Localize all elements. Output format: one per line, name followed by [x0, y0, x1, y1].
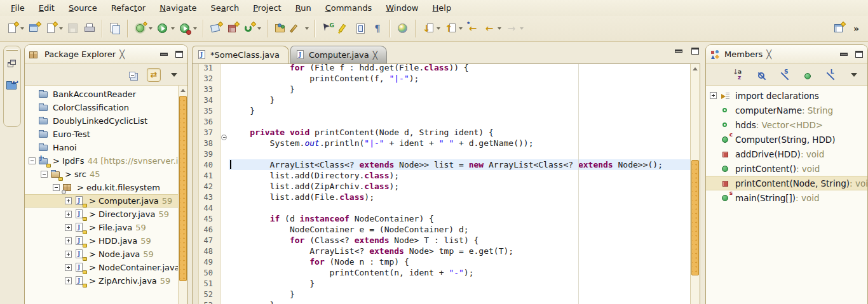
maximize-button[interactable]	[855, 51, 863, 58]
menu-window[interactable]: Window	[379, 1, 425, 15]
link-with-editor-button[interactable]: ⇄	[147, 68, 161, 82]
goto-marker-button[interactable]: G	[320, 20, 336, 37]
run-button[interactable]	[154, 20, 177, 37]
hide-local-types-button[interactable]: L	[824, 68, 838, 82]
expand-toggle[interactable]	[710, 92, 717, 99]
show-public-button[interactable]	[801, 68, 815, 82]
package-explorer-titlebar[interactable]: Package Explorer ╳	[25, 45, 187, 64]
close-icon[interactable]: ╳	[119, 50, 124, 59]
debug-button[interactable]	[132, 20, 154, 37]
code-line-51[interactable]: 51 }	[193, 278, 690, 289]
tree-item-doublylinkedcycliclist[interactable]: DoublyLinkedCyclicList	[25, 114, 187, 128]
menu-navigate[interactable]: Navigate	[153, 1, 203, 15]
close-icon[interactable]: ╳	[373, 51, 377, 60]
search-brush-button[interactable]	[288, 20, 311, 37]
minimize-button[interactable]	[160, 53, 168, 56]
chevron-down-icon[interactable]	[171, 27, 175, 30]
tree-item-ziparchiv-java[interactable]: J> ZipArchiv.java59	[25, 274, 187, 287]
back-button[interactable]: ←	[481, 20, 503, 37]
code-line-31[interactable]: 31 for (File f : hdd.get(File.class)) {	[193, 64, 690, 73]
member-adddrive-hdd[interactable]: addDrive(HDD) : void	[706, 147, 867, 161]
code-line-47[interactable]: 47 for (Class<? extends Node> T : list) …	[193, 235, 690, 246]
code-line-35[interactable]: 35 }	[193, 105, 690, 116]
code-line-52[interactable]: 52 }	[193, 289, 690, 300]
code-line-32[interactable]: 32 printContent(f, "|-");	[193, 73, 690, 84]
tree-item-node-java[interactable]: J> Node.java59	[25, 248, 187, 261]
collapse-toggle[interactable]	[41, 171, 48, 178]
hide-static-button[interactable]: S	[778, 68, 792, 82]
restore-views-icon[interactable]	[6, 58, 18, 71]
tree-item-file-java[interactable]: J> File.java59	[25, 221, 187, 234]
member-printcontent[interactable]: printContent() : void	[706, 161, 867, 176]
chevron-down-icon[interactable]	[59, 27, 63, 30]
menu-search[interactable]: Search	[204, 1, 247, 15]
tree-item-colorclassification[interactable]: ColorClassification	[25, 101, 187, 114]
view-menu-button[interactable]	[167, 68, 181, 82]
member-import-declarations[interactable]: import declarations	[706, 88, 867, 103]
members-titlebar[interactable]: Members ╳	[706, 45, 867, 64]
maximize-button[interactable]	[175, 51, 183, 58]
tree-item-ipdfs[interactable]: J> IpdFs44 [https://svnserver.i	[25, 154, 187, 168]
collapse-toggle[interactable]	[53, 184, 60, 191]
scrollbar-thumb[interactable]	[691, 160, 699, 275]
tree-item-directory-java[interactable]: J> Directory.java59	[25, 208, 187, 221]
scroll-up-arrow[interactable]	[179, 86, 187, 95]
editor-scrollbar[interactable]	[690, 64, 700, 304]
collapse-toggle[interactable]	[29, 157, 36, 164]
tree-item-bankaccountreader[interactable]: BankAccountReader	[25, 88, 187, 101]
save-button[interactable]	[65, 20, 81, 37]
expand-toggle[interactable]	[65, 277, 72, 284]
chevron-down-icon[interactable]	[20, 27, 24, 30]
code-line-34[interactable]: 34 }	[193, 95, 690, 105]
prev-annotation-button[interactable]: ↑	[442, 20, 465, 37]
menu-help[interactable]: Help	[426, 1, 459, 15]
copy-docs-button[interactable]	[107, 20, 123, 37]
code-line-49[interactable]: 49 for (Node n : tmp) {	[193, 256, 690, 267]
open-perspective-button[interactable]	[831, 20, 847, 37]
code-line-39[interactable]: 39	[193, 149, 690, 159]
toolbar-overflow-chevron[interactable]: »	[853, 22, 859, 35]
code-line-33[interactable]: 33 }	[193, 84, 690, 95]
team-sync-button[interactable]	[241, 20, 263, 37]
open-type-button[interactable]	[272, 20, 288, 37]
code-line-40[interactable]: 40 ArrayList<Class<? extends Node>> list…	[193, 159, 690, 170]
forward-button[interactable]: →	[503, 20, 526, 37]
member-main-string[interactable]: smain(String[]) : void	[706, 190, 867, 205]
collapse-all-button[interactable]	[126, 68, 140, 82]
code-line-42[interactable]: 42 list.add(ZipArchiv.class);	[193, 181, 690, 192]
member-computer-string-hdd[interactable]: cComputer(String, HDD)	[706, 132, 867, 147]
code-line-45[interactable]: 45 if (d instanceof NodeContainer) {	[193, 213, 690, 224]
scrollbar-thumb[interactable]	[179, 96, 187, 281]
chevron-down-icon[interactable]	[459, 27, 463, 30]
last-edit-location-button[interactable]: ←*	[465, 20, 481, 37]
new-task-button[interactable]	[208, 20, 224, 37]
member-computername[interactable]: computerName : String	[706, 103, 867, 117]
code-line-48[interactable]: 48 ArrayList<? extends Node> tmp = e.get…	[193, 246, 690, 256]
code-line-38[interactable]: 38 System.out.println("|-" + ident + " "…	[193, 138, 690, 149]
tree-item-hanoi[interactable]: Hanoi	[25, 141, 187, 154]
code-line-43[interactable]: 43 list.add(File.class);	[193, 192, 690, 202]
code-line-36[interactable]: 36	[193, 116, 690, 127]
fastview-drag-handle[interactable]	[6, 49, 18, 51]
sort-button[interactable]: ↓az	[733, 68, 747, 82]
tab-computer-java[interactable]: JComputer.java╳	[290, 46, 387, 63]
menu-edit[interactable]: Edit	[32, 1, 62, 15]
expand-toggle[interactable]	[65, 237, 72, 244]
menu-project[interactable]: Project	[246, 1, 288, 15]
scroll-up-arrow[interactable]	[691, 64, 700, 73]
hide-fields-button[interactable]	[756, 68, 770, 82]
new-window-button[interactable]	[26, 20, 43, 37]
expand-toggle[interactable]	[65, 251, 72, 258]
tree-item-edu-kit-filesystem[interactable]: > edu.kit.filesystem	[25, 181, 187, 194]
new-type-button[interactable]	[43, 20, 65, 37]
show-whitespace-button[interactable]	[369, 20, 386, 37]
web-browser-button[interactable]	[395, 20, 411, 37]
tree-item-hdd-java[interactable]: J> HDD.java59	[25, 234, 187, 248]
tab--someclass-java[interactable]: J*SomeClass.java	[192, 46, 289, 63]
editor-minimize-button[interactable]	[675, 50, 682, 53]
editor-maximize-button[interactable]	[691, 48, 699, 55]
code-line-53[interactable]: 53 }	[193, 300, 690, 304]
open-resource-icon[interactable]: ↩	[6, 79, 18, 91]
new-junit-button[interactable]	[224, 20, 241, 37]
new-wizard-button[interactable]	[4, 20, 26, 37]
